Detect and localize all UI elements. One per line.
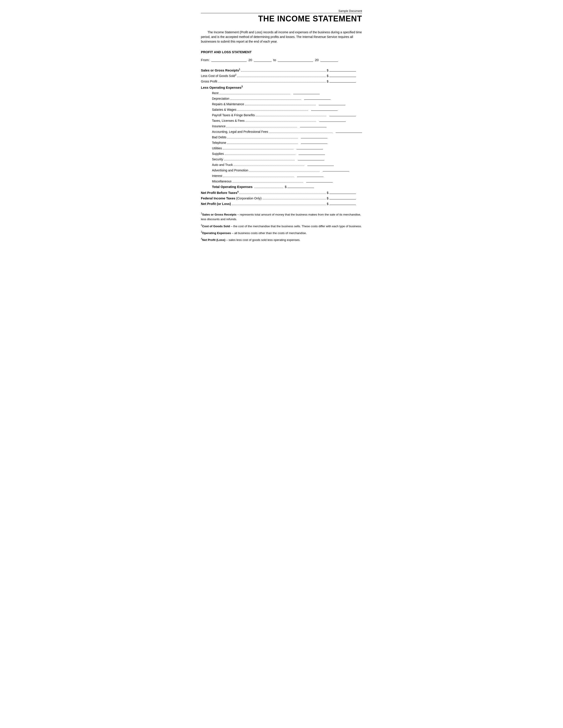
salaries-line[interactable] — [311, 107, 338, 111]
year2-field[interactable] — [321, 58, 338, 62]
less-operating-label: Less Operating Expenses3 — [201, 86, 242, 89]
net-profit-loss-row: Net Profit (or Loss) $ — [201, 201, 362, 206]
footnote-2-text: – the cost of the merchandise that the b… — [231, 224, 362, 228]
expense-auto: Auto and Truck — [201, 162, 362, 167]
accounting-line[interactable] — [336, 129, 362, 133]
footnote-1: 1Sales or Gross Receipts – represents to… — [201, 212, 362, 222]
footnote-3: 3Operating Expenses – all business costs… — [201, 230, 362, 235]
sales-gross-sup: 1 — [239, 68, 240, 71]
federal-income-dots — [262, 196, 326, 199]
sample-doc-label: Sample Document — [339, 9, 362, 13]
footnotes-section: 1Sales or Gross Receipts – represents to… — [201, 212, 362, 242]
total-operating-row: Total Operating Expenses $ — [201, 184, 362, 189]
net-profit-before-row: Net Profit Before Taxes4 $ — [201, 190, 362, 195]
expense-advertising: Advertising and Promotion — [201, 168, 362, 172]
document-header: Sample Document — [201, 9, 362, 13]
intro-paragraph: The Income Statement (Profit and Loss) r… — [201, 30, 362, 44]
gross-profit-amount: $ — [327, 79, 362, 83]
expense-repairs: Repairs & Maintenance — [201, 102, 362, 106]
footnote-1-term: Sales or Gross Receipts — [202, 213, 236, 216]
footnote-3-term: Operating Expenses — [202, 231, 231, 235]
less-operating-sup: 3 — [241, 85, 242, 88]
net-profit-loss-dots — [232, 202, 326, 205]
year1-field[interactable] — [254, 58, 271, 62]
from-date-field[interactable] — [211, 58, 246, 62]
expense-utilities: Utilities — [201, 146, 362, 150]
total-operating-label: Total Operating Expenses — [212, 185, 252, 189]
net-profit-sup: 4 — [237, 191, 239, 193]
footnote-4-term: Net Profit (Loss) — [202, 238, 225, 241]
expense-interest: Interest — [201, 173, 362, 178]
section-title: PROFIT AND LOSS STATEMENT — [201, 50, 362, 54]
net-profit-loss-amount: $ — [327, 201, 362, 206]
supplies-line[interactable] — [299, 151, 325, 155]
federal-income-note: (Corporation Only) — [235, 197, 261, 200]
total-dots — [254, 185, 283, 188]
to-date-field[interactable] — [278, 58, 313, 62]
federal-income-line[interactable] — [330, 196, 356, 199]
total-operating-line[interactable] — [288, 184, 314, 188]
less-cost-dots — [237, 74, 326, 77]
payroll-line[interactable] — [330, 113, 356, 116]
net-profit-before-amount: $ — [327, 190, 362, 195]
less-operating-header: Less Operating Expenses3 — [201, 85, 362, 89]
expense-payroll: Payroll Taxes & Fringe Benefits — [201, 113, 362, 117]
expense-miscellaneous: Miscellaneous — [201, 179, 362, 183]
gross-profit-dots — [218, 79, 326, 83]
net-profit-before-dots — [239, 191, 326, 194]
federal-income-label: Federal Income Taxes — [201, 196, 235, 200]
footnote-2-term: Cost of Goods Sold — [202, 224, 230, 228]
sales-gross-row: Sales or Gross Receipts1 $ — [201, 68, 362, 72]
net-profit-loss-label: Net Profit (or Loss) — [201, 202, 231, 206]
telephone-line[interactable] — [301, 140, 328, 144]
sales-gross-line[interactable] — [330, 68, 356, 71]
expense-bad-debts: Bad Debts — [201, 135, 362, 139]
utilities-line[interactable] — [297, 146, 323, 149]
page-title: THE INCOME STATEMENT — [201, 14, 362, 23]
gross-profit-row: Gross Profit $ — [201, 79, 362, 83]
to-label: to — [273, 58, 276, 62]
less-cost-amount: $ — [327, 73, 362, 78]
year1-label: 20 — [248, 58, 252, 62]
from-label: From: — [201, 58, 209, 62]
expense-supplies: Supplies — [201, 151, 362, 156]
bad-debts-line[interactable] — [301, 135, 328, 138]
expense-security: Security — [201, 157, 362, 161]
footnote-4: 4Net Profit (Loss) – sales less cost of … — [201, 237, 362, 242]
auto-line[interactable] — [307, 162, 334, 166]
advertising-line[interactable] — [323, 168, 349, 171]
gross-profit-line[interactable] — [330, 79, 356, 83]
total-operating-amount: $ — [285, 184, 320, 189]
miscellaneous-line[interactable] — [306, 179, 333, 182]
expense-salaries: Salaries & Wages — [201, 107, 362, 111]
repairs-line[interactable] — [319, 102, 345, 105]
from-to-line: From: 20 to 20 — [201, 58, 362, 62]
sales-gross-dots — [241, 68, 326, 71]
taxes-line[interactable] — [319, 118, 346, 122]
year2-label: 20 — [315, 58, 319, 62]
footnote-3-text: – all business costs other than the cost… — [232, 231, 307, 235]
expense-taxes: Taxes, Licenses & Fees — [201, 118, 362, 122]
net-profit-before-label: Net Profit Before Taxes4 — [201, 191, 238, 195]
expense-insurance: Insurance — [201, 124, 362, 128]
expense-depreciation: Depreciation — [201, 96, 362, 100]
footnote-2: 2Cost of Goods Sold – the cost of the me… — [201, 223, 362, 229]
gross-profit-label: Gross Profit — [201, 80, 217, 83]
less-cost-line[interactable] — [330, 73, 356, 77]
security-line[interactable] — [298, 157, 324, 160]
less-cost-row: Less Cost of Goods Sold2 $ — [201, 73, 362, 78]
sales-gross-amount: $ — [327, 68, 362, 72]
interest-line[interactable] — [297, 173, 324, 177]
net-profit-loss-line[interactable] — [330, 201, 356, 205]
less-cost-label: Less Cost of Goods Sold2 — [201, 74, 236, 78]
sales-gross-label: Sales or Gross Receipts1 — [201, 68, 240, 72]
expense-telephone: Telephone — [201, 140, 362, 144]
footnote-4-text: – sales less cost of goods sold less ope… — [226, 238, 300, 241]
net-profit-before-line[interactable] — [330, 190, 356, 194]
federal-income-row: Federal Income Taxes (Corporation Only) … — [201, 196, 362, 200]
expense-rent: Rent — [201, 91, 362, 95]
rent-line[interactable] — [293, 91, 320, 94]
depreciation-line[interactable] — [304, 96, 331, 100]
insurance-line[interactable] — [300, 124, 327, 127]
expense-accounting: Accounting, Legal and Professional Fees — [201, 129, 362, 133]
